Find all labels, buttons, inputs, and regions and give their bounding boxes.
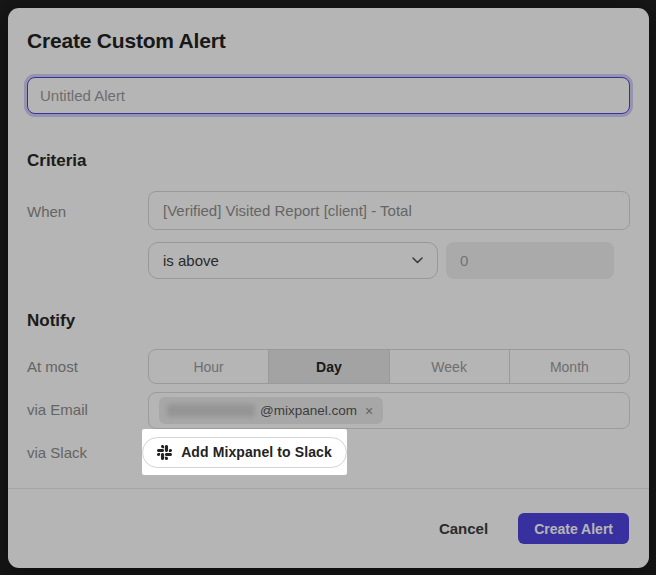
at-most-label: At most xyxy=(27,358,78,375)
modal-title: Create Custom Alert xyxy=(27,29,225,53)
notify-heading: Notify xyxy=(27,311,75,331)
modal-footer: Cancel Create Alert xyxy=(8,489,649,568)
operator-select[interactable]: is above xyxy=(148,242,438,279)
frequency-option-day[interactable]: Day xyxy=(268,350,388,383)
slack-button-label: Add Mixpanel to Slack xyxy=(181,444,332,460)
email-chip: @mixpanel.com × xyxy=(159,397,383,424)
via-slack-label: via Slack xyxy=(27,444,87,461)
frequency-segmented-control: Hour Day Week Month xyxy=(148,349,630,384)
via-email-label: via Email xyxy=(27,401,88,418)
remove-email-icon[interactable]: × xyxy=(365,404,373,418)
screen-backdrop: Create Custom Alert Criteria When is abo… xyxy=(0,0,656,575)
create-alert-button[interactable]: Create Alert xyxy=(518,513,629,544)
redacted-email-user xyxy=(167,404,255,417)
alert-name-input[interactable] xyxy=(27,77,630,114)
chevron-down-icon xyxy=(412,257,423,264)
email-recipients-input[interactable]: @mixpanel.com × xyxy=(148,392,630,429)
add-mixpanel-to-slack-button[interactable]: Add Mixpanel to Slack xyxy=(142,437,347,468)
threshold-input[interactable] xyxy=(446,242,614,279)
frequency-option-week[interactable]: Week xyxy=(389,350,509,383)
criteria-heading: Criteria xyxy=(27,151,87,171)
cancel-button[interactable]: Cancel xyxy=(433,519,494,538)
frequency-option-month[interactable]: Month xyxy=(509,350,629,383)
when-label: When xyxy=(27,203,66,220)
slack-spotlight: Add Mixpanel to Slack xyxy=(142,429,347,475)
metric-input[interactable] xyxy=(148,191,630,230)
frequency-option-hour[interactable]: Hour xyxy=(149,350,268,383)
slack-icon xyxy=(157,445,172,460)
operator-selected-value: is above xyxy=(163,252,219,269)
email-chip-domain: @mixpanel.com xyxy=(260,403,357,418)
create-custom-alert-modal: Create Custom Alert Criteria When is abo… xyxy=(8,8,649,568)
